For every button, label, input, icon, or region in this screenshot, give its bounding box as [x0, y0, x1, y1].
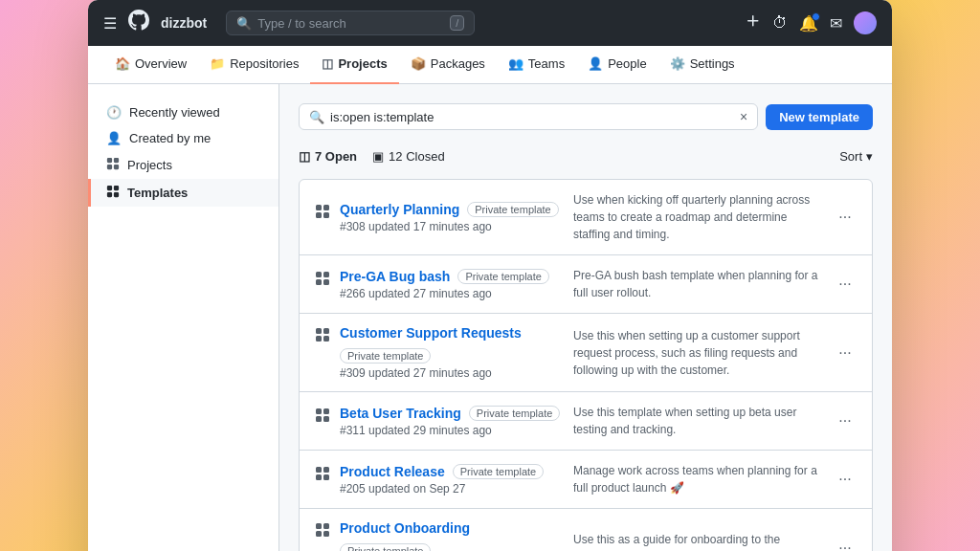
org-name[interactable]: dizzbot — [161, 15, 207, 31]
template-info: Beta User Tracking Private template #311… — [340, 406, 562, 437]
template-item: Product Release Private template #205 up… — [300, 451, 872, 509]
tab-closed[interactable]: ▣ 12 Closed — [372, 145, 445, 167]
hamburger-icon[interactable]: ☰ — [103, 14, 117, 33]
top-nav: ☰ dizzbot 🔍 Type / to search / ⏱ 🔔 ✉ — [88, 0, 892, 46]
template-actions-button[interactable]: ··· — [834, 412, 857, 430]
template-grid-icon — [315, 408, 330, 427]
template-actions-button[interactable]: ··· — [834, 209, 857, 226]
template-left: Product Onboarding Private template #22 … — [315, 520, 562, 551]
projects-sidebar-icon — [106, 157, 120, 173]
template-grid-icon — [315, 522, 330, 541]
search-icon: 🔍 — [236, 16, 252, 31]
template-info: Product Onboarding Private template #22 … — [340, 520, 562, 551]
template-info: Pre-GA Bug bash Private template #266 up… — [340, 269, 562, 300]
kbd-shortcut: / — [450, 15, 464, 31]
sidebar-item-recently-viewed[interactable]: 🕐 Recently viewed — [88, 99, 278, 125]
template-meta: #205 updated on Sep 27 — [340, 482, 562, 496]
template-meta: #309 updated 27 minutes ago — [340, 366, 562, 380]
subnav-repositories[interactable]: 📁 Repositories — [198, 46, 310, 84]
template-grid-icon — [315, 327, 330, 346]
template-info: Product Release Private template #205 up… — [340, 464, 562, 496]
filter-search[interactable]: 🔍 is:open is:template × — [299, 103, 758, 130]
filter-search-icon: 🔍 — [309, 110, 324, 124]
template-description: Use this template when setting up beta u… — [573, 404, 822, 438]
template-actions-button[interactable]: ··· — [834, 471, 857, 488]
template-item: Customer Support Requests Private templa… — [300, 314, 872, 392]
template-grid-icon — [315, 271, 330, 290]
templates-sidebar-icon — [106, 185, 120, 201]
template-left: Product Release Private template #205 up… — [315, 464, 562, 496]
teams-icon: 👥 — [508, 56, 523, 71]
tab-open[interactable]: ◫ 7 Open — [299, 145, 357, 167]
template-description: Pre-GA bush bash template when planning … — [573, 267, 822, 301]
home-icon: 🏠 — [115, 56, 130, 71]
subnav-overview[interactable]: 🏠 Overview — [103, 46, 198, 84]
template-left: Quarterly Planning Private template #308… — [315, 202, 562, 233]
template-item: Product Onboarding Private template #22 … — [300, 509, 872, 551]
sidebar-item-templates[interactable]: Templates — [88, 179, 278, 207]
subnav-projects[interactable]: ◫ Projects — [310, 46, 398, 84]
main-content: 🕐 Recently viewed 👤 Created by me Projec… — [88, 84, 892, 551]
subnav-packages[interactable]: 📦 Packages — [399, 46, 497, 84]
template-left: Beta User Tracking Private template #311… — [315, 406, 562, 437]
template-description: Use this when setting up a customer supp… — [573, 327, 822, 379]
chevron-down-icon: ▾ — [866, 149, 873, 164]
sidebar-item-projects[interactable]: Projects — [88, 151, 278, 179]
template-badge: Private template — [340, 348, 431, 364]
template-title-row: Product Release Private template — [340, 464, 562, 479]
template-grid-icon — [315, 204, 330, 223]
plus-icon[interactable] — [746, 13, 761, 33]
template-actions-button[interactable]: ··· — [834, 344, 857, 362]
subnav-settings[interactable]: ⚙️ Settings — [658, 46, 746, 84]
notifications-icon[interactable]: 🔔 — [799, 14, 818, 33]
template-name[interactable]: Quarterly Planning — [340, 202, 459, 217]
new-template-button[interactable]: New template — [766, 104, 873, 130]
template-name[interactable]: Product Onboarding — [340, 520, 470, 536]
sidebar: 🕐 Recently viewed 👤 Created by me Projec… — [88, 84, 279, 551]
template-badge: Private template — [469, 406, 560, 421]
sort-button[interactable]: Sort ▾ — [839, 149, 873, 164]
main-window: ☰ dizzbot 🔍 Type / to search / ⏱ 🔔 ✉ — [88, 0, 892, 551]
template-title-row: Customer Support Requests Private templa… — [340, 325, 562, 364]
template-actions-button[interactable]: ··· — [834, 540, 857, 552]
template-name[interactable]: Product Release — [340, 464, 445, 479]
global-search[interactable]: 🔍 Type / to search / — [226, 11, 475, 35]
people-icon: 👤 — [588, 56, 603, 71]
clock-sidebar-icon: 🕐 — [106, 105, 122, 120]
template-name[interactable]: Customer Support Requests — [340, 325, 522, 341]
clear-filter-button[interactable]: × — [740, 109, 747, 124]
user-avatar[interactable] — [854, 11, 877, 34]
repo-icon: 📁 — [210, 56, 225, 71]
template-info: Customer Support Requests Private templa… — [340, 325, 562, 380]
sub-nav: 🏠 Overview 📁 Repositories ◫ Projects 📦 P… — [88, 46, 892, 84]
template-name[interactable]: Pre-GA Bug bash — [340, 269, 450, 284]
packages-icon: 📦 — [411, 56, 426, 71]
template-left: Customer Support Requests Private templa… — [315, 325, 562, 380]
template-title-row: Beta User Tracking Private template — [340, 406, 562, 421]
template-meta: #311 updated 29 minutes ago — [340, 424, 562, 437]
mail-icon[interactable]: ✉ — [830, 14, 842, 33]
template-title-row: Quarterly Planning Private template — [340, 202, 562, 217]
open-tab-icon: ◫ — [299, 149, 310, 164]
template-title-row: Product Onboarding Private template — [340, 520, 562, 551]
filter-value: is:open is:template — [330, 110, 434, 124]
user-sidebar-icon: 👤 — [106, 131, 122, 145]
template-name[interactable]: Beta User Tracking — [340, 406, 461, 421]
subnav-teams[interactable]: 👥 Teams — [497, 46, 576, 84]
template-meta: #308 updated 17 minutes ago — [340, 220, 562, 233]
template-item: Beta User Tracking Private template #311… — [300, 392, 872, 451]
sidebar-item-created-by-me[interactable]: 👤 Created by me — [88, 125, 278, 151]
template-grid-icon — [315, 466, 330, 485]
template-actions-button[interactable]: ··· — [834, 276, 857, 293]
template-info: Quarterly Planning Private template #308… — [340, 202, 562, 233]
clock-icon[interactable]: ⏱ — [772, 14, 788, 32]
github-logo[interactable] — [128, 10, 149, 36]
closed-tab-icon: ▣ — [372, 149, 384, 164]
template-item: Quarterly Planning Private template #308… — [300, 180, 872, 255]
search-placeholder: Type / to search — [257, 16, 346, 31]
template-badge: Private template — [457, 269, 548, 284]
template-title-row: Pre-GA Bug bash Private template — [340, 269, 562, 284]
subnav-people[interactable]: 👤 People — [576, 46, 657, 84]
template-meta: #266 updated 27 minutes ago — [340, 287, 562, 300]
nav-icons: ⏱ 🔔 ✉ — [746, 11, 877, 34]
